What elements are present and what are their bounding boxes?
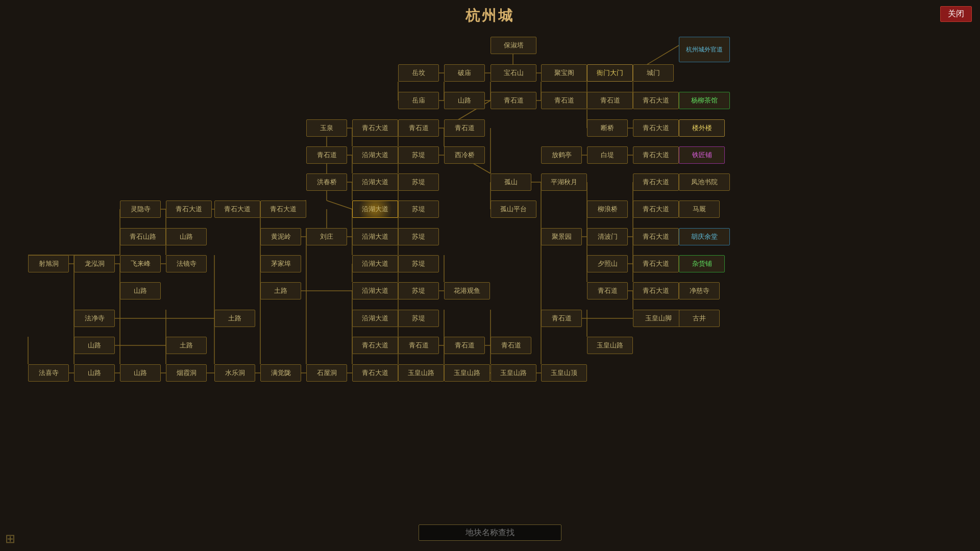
node-shuiledong[interactable]: 水乐洞 xyxy=(214,364,255,382)
node-fajingsi2[interactable]: 法净寺 xyxy=(74,310,115,327)
node-jingcisi[interactable]: 净慈寺 xyxy=(679,282,720,299)
node-tiebanpu[interactable]: 铁匠铺 xyxy=(679,146,725,164)
node-faxi[interactable]: 法喜寺 xyxy=(28,364,69,382)
node-yuhuangshanwai[interactable]: 玉皇山顶 xyxy=(541,364,587,382)
node-yuefen[interactable]: 岳坟 xyxy=(398,64,439,82)
node-qingshidao10[interactable]: 青石道 xyxy=(444,337,485,354)
node-yuhuangshan2[interactable]: 玉皇山路 xyxy=(444,364,490,382)
node-yanliuteagarden[interactable]: 杨柳茶馆 xyxy=(679,92,730,109)
node-manjuedian[interactable]: 满觉陇 xyxy=(260,364,301,382)
node-qingshidao8[interactable]: 青石道 xyxy=(541,310,582,327)
node-qingshidadao7[interactable]: 青石大道 xyxy=(214,201,260,218)
node-qingshidao6[interactable]: 青石道 xyxy=(306,146,347,164)
node-yanhu1[interactable]: 沿湖大道 xyxy=(352,146,398,164)
node-gushan[interactable]: 孤山 xyxy=(491,173,531,191)
node-qingshidao5[interactable]: 青石道 xyxy=(444,119,485,137)
node-sudi2[interactable]: 苏堤 xyxy=(398,173,439,191)
node-shexudong[interactable]: 射旭洞 xyxy=(28,255,69,272)
node-tulu2[interactable]: 土路 xyxy=(214,310,255,327)
search-input[interactable] xyxy=(419,524,561,541)
node-baosuta[interactable]: 保淑塔 xyxy=(491,37,536,54)
close-button[interactable]: 关闭 xyxy=(940,6,972,22)
node-yanhu5[interactable]: 沿湖大道 xyxy=(352,255,398,272)
node-gujing[interactable]: 古井 xyxy=(679,310,720,327)
node-qingshidadao10[interactable]: 青石大道 xyxy=(633,228,679,245)
node-qingbomen[interactable]: 清波门 xyxy=(587,228,628,245)
node-huangnizheng[interactable]: 黄泥岭 xyxy=(260,228,301,245)
node-louwaijlou[interactable]: 楼外楼 xyxy=(679,119,725,137)
node-yuemiao[interactable]: 岳庙 xyxy=(398,92,439,109)
node-qingshidadao9[interactable]: 青石大道 xyxy=(633,201,679,218)
node-yongmen[interactable]: 衙门大门 xyxy=(587,64,633,82)
node-qingshidadao5[interactable]: 青石大道 xyxy=(633,173,679,191)
node-sudi4[interactable]: 苏堤 xyxy=(398,228,439,245)
node-qingshidadao1[interactable]: 青石大道 xyxy=(633,92,679,109)
node-qingshidao1[interactable]: 青石道 xyxy=(491,92,536,109)
node-huqingyutang[interactable]: 胡庆余堂 xyxy=(679,228,730,245)
node-qingshishan[interactable]: 青石山路 xyxy=(120,228,166,245)
node-huagangguanyu[interactable]: 花港观鱼 xyxy=(444,282,490,299)
node-feilaifeng[interactable]: 飞来峰 xyxy=(120,255,161,272)
node-tulu3[interactable]: 土路 xyxy=(166,337,207,354)
node-shanlu3[interactable]: 山路 xyxy=(120,282,161,299)
node-yanhu6[interactable]: 沿湖大道 xyxy=(352,282,398,299)
node-fajingsi[interactable]: 法镜寺 xyxy=(166,255,207,272)
node-gushanplatform[interactable]: 孤山平台 xyxy=(491,201,536,218)
node-qingshidao4[interactable]: 青石道 xyxy=(398,119,439,137)
node-qingshidao2[interactable]: 青石道 xyxy=(541,92,587,109)
node-lingyinsi[interactable]: 灵隐寺 xyxy=(120,201,161,218)
node-yanhu3[interactable]: 沿湖大道 xyxy=(352,201,398,218)
node-yanhu4[interactable]: 沿湖大道 xyxy=(352,228,398,245)
node-fangheting[interactable]: 放鹤亭 xyxy=(541,146,582,164)
node-maju[interactable]: 马厩 xyxy=(679,201,720,218)
node-qingshidadao11[interactable]: 青石大道 xyxy=(633,255,679,272)
node-jujingyuan[interactable]: 聚景园 xyxy=(541,228,582,245)
node-yuhuangshan3[interactable]: 玉皇山路 xyxy=(491,364,536,382)
node-chengmen[interactable]: 城门 xyxy=(633,64,674,82)
node-pinghu[interactable]: 平湖秋月 xyxy=(541,173,587,191)
node-qingshidadao12[interactable]: 青石大道 xyxy=(633,282,679,299)
node-yuquan[interactable]: 玉泉 xyxy=(306,119,347,137)
node-sudi5[interactable]: 苏堤 xyxy=(398,255,439,272)
node-yuhuangshanlv[interactable]: 玉皇山路 xyxy=(587,337,633,354)
node-sudi1[interactable]: 苏堤 xyxy=(398,146,439,164)
node-sudi7[interactable]: 苏堤 xyxy=(398,310,439,327)
node-qingshidadao6[interactable]: 青石大道 xyxy=(166,201,212,218)
node-yuhuangshanjiao[interactable]: 玉皇山脚 xyxy=(633,310,684,327)
node-xilenqiao[interactable]: 西冷桥 xyxy=(444,146,485,164)
node-hongchunqiao[interactable]: 洪春桥 xyxy=(306,173,347,191)
node-yanwudong[interactable]: 烟霞洞 xyxy=(166,364,207,382)
node-qingshidadao14[interactable]: 青石大道 xyxy=(352,364,398,382)
node-jubaoige[interactable]: 聚宝阁 xyxy=(541,64,587,82)
node-shanlu5[interactable]: 山路 xyxy=(74,364,115,382)
node-longhundong[interactable]: 龙泓洞 xyxy=(74,255,115,272)
node-shiwudong[interactable]: 石屋洞 xyxy=(306,364,347,382)
node-pomiao[interactable]: 破庙 xyxy=(444,64,485,82)
node-maojiaba[interactable]: 茅家埠 xyxy=(260,255,301,272)
node-qingshidadao4[interactable]: 青石大道 xyxy=(633,146,679,164)
node-yuhuangshan1[interactable]: 玉皇山路 xyxy=(398,364,444,382)
node-zahuo[interactable]: 杂货铺 xyxy=(679,255,725,272)
node-fengchishuyuan[interactable]: 凤池书院 xyxy=(679,173,730,191)
node-hangzhouwai[interactable]: 杭州城外官道 xyxy=(679,37,730,62)
node-liuzhuang[interactable]: 刘庄 xyxy=(306,228,347,245)
node-qingshidao7[interactable]: 青石道 xyxy=(587,282,628,299)
node-tulu1[interactable]: 土路 xyxy=(260,282,301,299)
node-qingshidao11[interactable]: 青石道 xyxy=(491,337,531,354)
node-qingshidadao13[interactable]: 青石大道 xyxy=(352,337,398,354)
node-qingshidadao3[interactable]: 青石大道 xyxy=(633,119,679,137)
node-baoshishan[interactable]: 宝石山 xyxy=(491,64,536,82)
node-yanhu7[interactable]: 沿湖大道 xyxy=(352,310,398,327)
node-qingshidao9[interactable]: 青石道 xyxy=(398,337,439,354)
node-shanlu6[interactable]: 山路 xyxy=(120,364,161,382)
node-qingshidao3[interactable]: 青石道 xyxy=(587,92,633,109)
node-shanlu2[interactable]: 山路 xyxy=(166,228,207,245)
node-shanlu1[interactable]: 山路 xyxy=(444,92,485,109)
node-sudi6[interactable]: 苏堤 xyxy=(398,282,439,299)
node-duanqiao[interactable]: 断桥 xyxy=(587,119,628,137)
node-qingshidadao8[interactable]: 青石大道 xyxy=(260,201,306,218)
node-liulangqiao[interactable]: 柳浪桥 xyxy=(587,201,628,218)
node-qingshidadao2[interactable]: 青石大道 xyxy=(352,119,398,137)
node-shanlu4[interactable]: 山路 xyxy=(74,337,115,354)
node-xizhaoshan[interactable]: 夕照山 xyxy=(587,255,628,272)
